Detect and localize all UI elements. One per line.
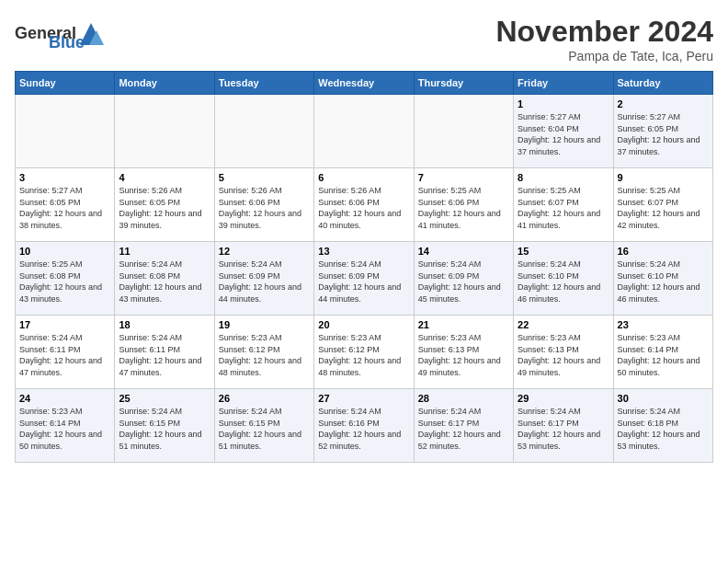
day-detail: Sunrise: 5:26 AMSunset: 6:05 PMDaylight:… [119,185,210,231]
header: General Blue November 2024 Pampa de Tate… [15,15,713,63]
day-number: 5 [219,172,310,183]
table-row: 12Sunrise: 5:24 AMSunset: 6:09 PMDayligh… [214,242,313,316]
day-detail: Sunrise: 5:23 AMSunset: 6:13 PMDaylight:… [418,332,509,378]
day-detail: Sunrise: 5:24 AMSunset: 6:15 PMDaylight:… [119,406,210,452]
table-row: 5Sunrise: 5:26 AMSunset: 6:06 PMDaylight… [214,168,313,242]
table-row: 8Sunrise: 5:25 AMSunset: 6:07 PMDaylight… [514,168,613,242]
day-detail: Sunrise: 5:24 AMSunset: 6:08 PMDaylight:… [119,259,210,304]
day-number: 28 [418,393,509,404]
day-number: 29 [518,393,609,404]
table-row [115,95,214,168]
day-number: 26 [219,393,310,404]
day-number: 16 [618,246,709,257]
weekday-header-row: Sunday Monday Tuesday Wednesday Thursday… [16,72,713,95]
day-number: 3 [19,172,110,183]
location-title: Pampa de Tate, Ica, Peru [495,49,713,63]
day-number: 12 [219,246,310,257]
day-number: 7 [418,172,509,183]
day-detail: Sunrise: 5:23 AMSunset: 6:14 PMDaylight:… [19,406,110,452]
day-number: 27 [318,393,409,404]
day-detail: Sunrise: 5:24 AMSunset: 6:10 PMDaylight:… [518,259,609,304]
table-row [414,95,513,168]
day-number: 1 [518,98,609,109]
table-row: 16Sunrise: 5:24 AMSunset: 6:10 PMDayligh… [613,242,712,316]
day-detail: Sunrise: 5:24 AMSunset: 6:10 PMDaylight:… [618,259,709,304]
table-row: 2Sunrise: 5:27 AMSunset: 6:05 PMDaylight… [613,95,712,168]
table-row: 1Sunrise: 5:27 AMSunset: 6:04 PMDaylight… [514,95,613,168]
day-number: 24 [19,393,110,404]
day-number: 22 [518,319,609,330]
day-detail: Sunrise: 5:24 AMSunset: 6:11 PMDaylight:… [119,332,210,378]
table-row: 25Sunrise: 5:24 AMSunset: 6:15 PMDayligh… [115,389,214,463]
day-number: 10 [19,246,110,257]
day-detail: Sunrise: 5:24 AMSunset: 6:09 PMDaylight:… [219,259,310,304]
calendar-week-row: 10Sunrise: 5:25 AMSunset: 6:08 PMDayligh… [16,242,713,316]
day-number: 20 [318,319,409,330]
title-area: November 2024 Pampa de Tate, Ica, Peru [495,15,713,63]
table-row: 22Sunrise: 5:23 AMSunset: 6:13 PMDayligh… [514,316,613,389]
table-row: 19Sunrise: 5:23 AMSunset: 6:12 PMDayligh… [214,316,313,389]
day-detail: Sunrise: 5:24 AMSunset: 6:15 PMDaylight:… [219,406,310,452]
table-row: 28Sunrise: 5:24 AMSunset: 6:17 PMDayligh… [414,389,513,463]
day-detail: Sunrise: 5:25 AMSunset: 6:06 PMDaylight:… [418,185,509,231]
table-row [314,95,414,168]
table-row: 3Sunrise: 5:27 AMSunset: 6:05 PMDaylight… [16,168,115,242]
day-number: 14 [418,246,509,257]
table-row: 9Sunrise: 5:25 AMSunset: 6:07 PMDaylight… [613,168,712,242]
calendar-week-row: 24Sunrise: 5:23 AMSunset: 6:14 PMDayligh… [16,389,713,463]
day-detail: Sunrise: 5:27 AMSunset: 6:05 PMDaylight:… [19,185,110,231]
day-detail: Sunrise: 5:26 AMSunset: 6:06 PMDaylight:… [318,185,409,231]
calendar-week-row: 17Sunrise: 5:24 AMSunset: 6:11 PMDayligh… [16,316,713,389]
day-number: 13 [318,246,409,257]
day-number: 11 [119,246,210,257]
table-row: 10Sunrise: 5:25 AMSunset: 6:08 PMDayligh… [16,242,115,316]
day-detail: Sunrise: 5:25 AMSunset: 6:08 PMDaylight:… [19,259,110,304]
table-row: 26Sunrise: 5:24 AMSunset: 6:15 PMDayligh… [214,389,313,463]
day-detail: Sunrise: 5:24 AMSunset: 6:11 PMDaylight:… [19,332,110,378]
table-row: 7Sunrise: 5:25 AMSunset: 6:06 PMDaylight… [414,168,513,242]
day-detail: Sunrise: 5:24 AMSunset: 6:16 PMDaylight:… [318,406,409,452]
table-row: 11Sunrise: 5:24 AMSunset: 6:08 PMDayligh… [115,242,214,316]
day-detail: Sunrise: 5:24 AMSunset: 6:09 PMDaylight:… [318,259,409,304]
header-sunday: Sunday [16,72,115,95]
table-row [16,95,115,168]
calendar-table: Sunday Monday Tuesday Wednesday Thursday… [15,71,713,463]
table-row: 4Sunrise: 5:26 AMSunset: 6:05 PMDaylight… [115,168,214,242]
day-number: 8 [518,172,609,183]
day-detail: Sunrise: 5:24 AMSunset: 6:17 PMDaylight:… [418,406,509,452]
calendar-week-row: 3Sunrise: 5:27 AMSunset: 6:05 PMDaylight… [16,168,713,242]
day-number: 9 [618,172,709,183]
header-tuesday: Tuesday [214,72,313,95]
table-row: 27Sunrise: 5:24 AMSunset: 6:16 PMDayligh… [314,389,414,463]
day-detail: Sunrise: 5:23 AMSunset: 6:12 PMDaylight:… [318,332,409,378]
header-saturday: Saturday [613,72,712,95]
day-detail: Sunrise: 5:25 AMSunset: 6:07 PMDaylight:… [518,185,609,231]
header-thursday: Thursday [414,72,513,95]
day-detail: Sunrise: 5:24 AMSunset: 6:09 PMDaylight:… [418,259,509,304]
day-number: 23 [618,319,709,330]
table-row: 24Sunrise: 5:23 AMSunset: 6:14 PMDayligh… [16,389,115,463]
day-number: 4 [119,172,210,183]
day-number: 30 [618,393,709,404]
table-row: 13Sunrise: 5:24 AMSunset: 6:09 PMDayligh… [314,242,414,316]
header-monday: Monday [115,72,214,95]
day-number: 19 [219,319,310,330]
header-wednesday: Wednesday [314,72,414,95]
day-detail: Sunrise: 5:27 AMSunset: 6:04 PMDaylight:… [518,111,609,157]
day-detail: Sunrise: 5:24 AMSunset: 6:17 PMDaylight:… [518,406,609,452]
table-row: 23Sunrise: 5:23 AMSunset: 6:14 PMDayligh… [613,316,712,389]
table-row [214,95,313,168]
day-detail: Sunrise: 5:26 AMSunset: 6:06 PMDaylight:… [219,185,310,231]
table-row: 14Sunrise: 5:24 AMSunset: 6:09 PMDayligh… [414,242,513,316]
day-detail: Sunrise: 5:24 AMSunset: 6:18 PMDaylight:… [618,406,709,452]
day-number: 2 [618,98,709,109]
table-row: 18Sunrise: 5:24 AMSunset: 6:11 PMDayligh… [115,316,214,389]
day-detail: Sunrise: 5:23 AMSunset: 6:14 PMDaylight:… [618,332,709,378]
table-row: 21Sunrise: 5:23 AMSunset: 6:13 PMDayligh… [414,316,513,389]
table-row: 6Sunrise: 5:26 AMSunset: 6:06 PMDaylight… [314,168,414,242]
day-number: 17 [19,319,110,330]
day-number: 15 [518,246,609,257]
day-detail: Sunrise: 5:23 AMSunset: 6:13 PMDaylight:… [518,332,609,378]
day-detail: Sunrise: 5:27 AMSunset: 6:05 PMDaylight:… [618,111,709,157]
day-number: 21 [418,319,509,330]
